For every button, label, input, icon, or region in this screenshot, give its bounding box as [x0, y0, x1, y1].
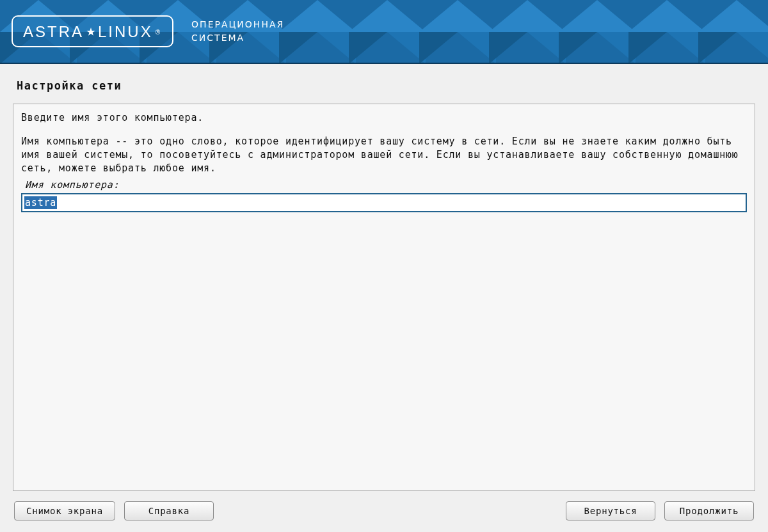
- content-panel: Введите имя этого компьютера. Имя компью…: [13, 104, 755, 491]
- tagline-line-1: ОПЕРАЦИОННАЯ: [191, 18, 284, 31]
- logo-word-1: ASTRA: [23, 23, 84, 41]
- page-body: Настройка сети Введите имя этого компьют…: [0, 64, 768, 532]
- tagline: ОПЕРАЦИОННАЯ СИСТЕМА: [191, 18, 284, 45]
- registered-icon: ®: [156, 29, 162, 36]
- logo-word-2: LINUX: [98, 23, 153, 41]
- intro-text: Введите имя этого компьютера.: [21, 112, 747, 123]
- page-title: Настройка сети: [17, 79, 755, 92]
- footer: Снимок экрана Справка Вернуться Продолжи…: [13, 491, 755, 532]
- hostname-label: Имя компьютера:: [25, 179, 747, 191]
- screenshot-button[interactable]: Снимок экрана: [14, 501, 115, 520]
- logo: ASTRA LINUX ®: [12, 15, 173, 47]
- hostname-input-wrap: astra: [21, 193, 747, 212]
- back-button[interactable]: Вернуться: [566, 501, 655, 520]
- hostname-input[interactable]: [21, 193, 747, 212]
- header-banner: ASTRA LINUX ® ОПЕРАЦИОННАЯ СИСТЕМА: [0, 0, 768, 64]
- star-icon: [86, 27, 95, 36]
- tagline-line-2: СИСТЕМА: [191, 31, 284, 45]
- description-text: Имя компьютера -- это одно слово, которо…: [21, 135, 747, 175]
- continue-button[interactable]: Продолжить: [664, 501, 754, 520]
- help-button[interactable]: Справка: [124, 501, 214, 520]
